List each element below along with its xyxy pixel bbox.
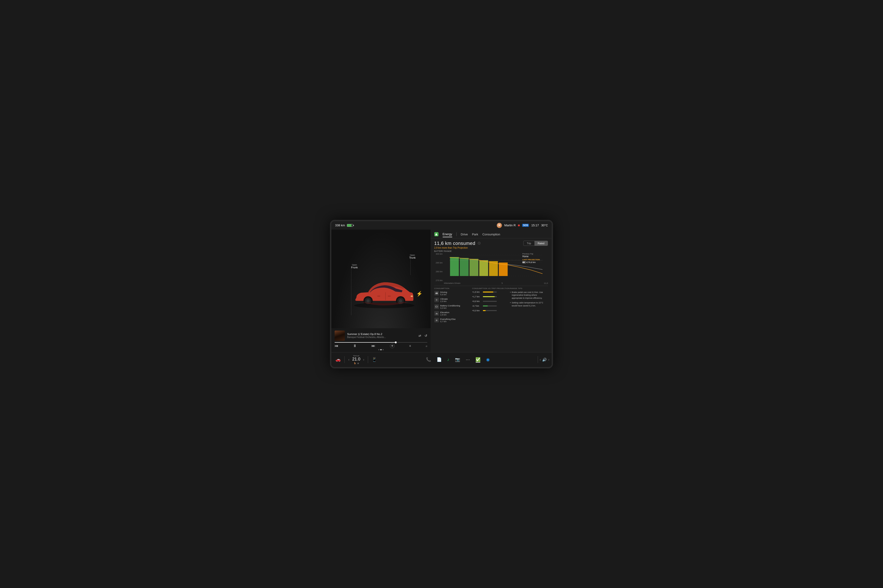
sos-badge[interactable]: SOS [522, 224, 529, 227]
defrost-icon: ❄ [357, 362, 359, 364]
status-bar: 338 km M Martin R SOS 15:17 30°C [331, 221, 552, 230]
media-info-row: Summer (L'Estate) Op.8 No.2 Baroque Fest… [335, 330, 427, 341]
vs-elevation-val: -0,7 km [472, 305, 481, 307]
y-label-3: 285 km [434, 270, 443, 273]
taskbar-energy-app[interactable]: ✅ [474, 356, 482, 363]
battery-cond-name: Battery Conditioning [440, 304, 460, 307]
right-panel: Energy Drive Park Consumption 11,6 km co… [430, 230, 552, 352]
elevation-stat: Elevation 2,8 km [434, 311, 472, 316]
else-icon [434, 318, 439, 322]
temp-row: 21.0 [352, 357, 360, 362]
else-text: Everything Else 0,7 km [440, 318, 456, 322]
volume-icon[interactable]: 🔊 [542, 357, 547, 362]
vs-climate: +1,7 km [472, 296, 510, 298]
taskbar-camera[interactable]: 📷 [453, 356, 462, 363]
vs-elevation-fill [483, 306, 488, 306]
taskbar-spotify[interactable]: ♪ [445, 356, 451, 363]
driving-stat: Driving 5,6 km [434, 291, 472, 296]
last-proj-km: 276,8 km [527, 261, 536, 264]
left-panel: Open Frunk Open Trunk ⚡ [331, 230, 430, 352]
range-tips-header: RANGE TIPS [510, 287, 548, 290]
taskbar-more[interactable]: ⋯ [464, 356, 472, 363]
prev-trip-title: Previous Trip [522, 253, 548, 255]
temp-mode-label: Manual [353, 355, 359, 357]
driving-icon [434, 291, 439, 296]
camera-icon: 📷 [455, 357, 460, 362]
play-pause-button[interactable]: ⏸ [353, 344, 357, 348]
tab-energy[interactable]: Energy [443, 231, 452, 237]
x-label-5: 5 [502, 282, 503, 284]
repeat-icon[interactable]: ↺ [424, 334, 427, 338]
elevation-val: 2,8 km [440, 314, 450, 316]
svg-rect-17 [469, 259, 478, 276]
track-artist: Baroque Festival Orchestra, Alberto... [347, 336, 416, 339]
driving-name: Driving [440, 291, 447, 293]
prev-button[interactable]: ⏮ [335, 344, 338, 348]
tab-divider-1 [456, 232, 457, 236]
taskbar-right: ‹ 🔊 › [540, 357, 549, 362]
battery-icon [347, 224, 353, 227]
search-button[interactable]: ⌕ [426, 344, 427, 348]
elevation-name: Elevation [440, 311, 450, 314]
taskbar-car-icon: 🚗 [335, 357, 341, 362]
range-tip-1: Brake pedal use cost 0,3 km. Use regener… [510, 291, 547, 300]
vs-climate-fill [483, 296, 495, 297]
vol-next-icon[interactable]: › [548, 358, 549, 362]
siri-icon: ◉ [486, 357, 490, 362]
climate-val: 2,5 km [440, 300, 448, 303]
trip-button[interactable]: Trip [523, 241, 534, 246]
dot-1 [378, 349, 379, 350]
vs-battery-val: +0,0 km [472, 300, 481, 303]
active-indicator [476, 362, 480, 363]
vs-battery-bar [483, 301, 497, 302]
climate-name: Climate [440, 298, 448, 300]
trunk-text: Trunk [409, 256, 416, 259]
equalizer-button[interactable]: ≡ [409, 344, 411, 348]
info-icon[interactable]: ⓘ [478, 242, 481, 245]
user-name: Martin R [504, 224, 516, 227]
trunk-label[interactable]: Open Trunk [409, 254, 416, 259]
taskbar-phone[interactable]: 📱 [370, 356, 379, 363]
battery-cond-val: 0,0 km [440, 307, 460, 309]
taskbar-call[interactable]: 📞 [424, 356, 433, 363]
prev-trip-box: Previous Trip Home LAST PROJECTION 276,8… [522, 253, 548, 264]
temp-control: Manual 21.0 🪑 ❄ [352, 355, 360, 364]
taskbar: 🚗 ‹ Manual 21.0 🪑 ❄ › 📱 📞 [331, 352, 552, 367]
chart-x-labels: Kilometers Driven 5 11,0 [434, 282, 548, 284]
page-dots [335, 349, 427, 350]
more-icon: ⋯ [466, 357, 470, 362]
taskbar-temp-prev[interactable]: ‹ [346, 357, 351, 362]
y-label-2: 295 km [434, 262, 443, 264]
taskbar-temp-next[interactable]: › [361, 357, 366, 362]
media-player: Summer (L'Estate) Op.8 No.2 Baroque Fest… [331, 328, 430, 352]
status-center: M Martin R SOS 15:17 30°C [497, 223, 548, 228]
svg-rect-32 [436, 306, 436, 307]
trunk-open-text: Open [409, 254, 416, 256]
tab-drive[interactable]: Drive [461, 232, 468, 237]
taskbar-siri[interactable]: ◉ [484, 356, 492, 363]
frunk-label[interactable]: Open Frunk [351, 264, 358, 269]
vol-prev-icon[interactable]: ‹ [540, 358, 541, 362]
vs-climate-val: +1,7 km [472, 296, 481, 298]
else-stat: Everything Else 0,7 km [434, 318, 472, 322]
taskbar-car[interactable]: 🚗 [334, 356, 343, 363]
add-button[interactable]: + [390, 344, 394, 348]
else-name: Everything Else [440, 318, 456, 320]
next-button[interactable]: ⏭ [372, 344, 375, 348]
chart-label: BATTERY RANGE [434, 250, 548, 252]
tab-consumption[interactable]: Consumption [482, 232, 500, 237]
else-val: 0,7 km [440, 320, 456, 322]
shuffle-icon[interactable]: ⇄ [418, 334, 421, 338]
user-avatar: M [497, 223, 502, 228]
vs-else: +0,3 km [472, 309, 510, 312]
vs-battery-cond: +0,0 km [472, 300, 510, 303]
rated-button[interactable]: Rated [534, 241, 548, 246]
svg-rect-16 [460, 258, 468, 276]
vs-else-bar [483, 310, 497, 311]
temp-next-icon: › [363, 358, 364, 362]
tab-park[interactable]: Park [472, 232, 478, 237]
progress-bar[interactable] [335, 342, 427, 343]
taskbar-notes[interactable]: 📄 [435, 356, 444, 363]
consumed-title: 11,6 km consumed [434, 241, 475, 246]
svg-rect-22 [435, 293, 438, 294]
